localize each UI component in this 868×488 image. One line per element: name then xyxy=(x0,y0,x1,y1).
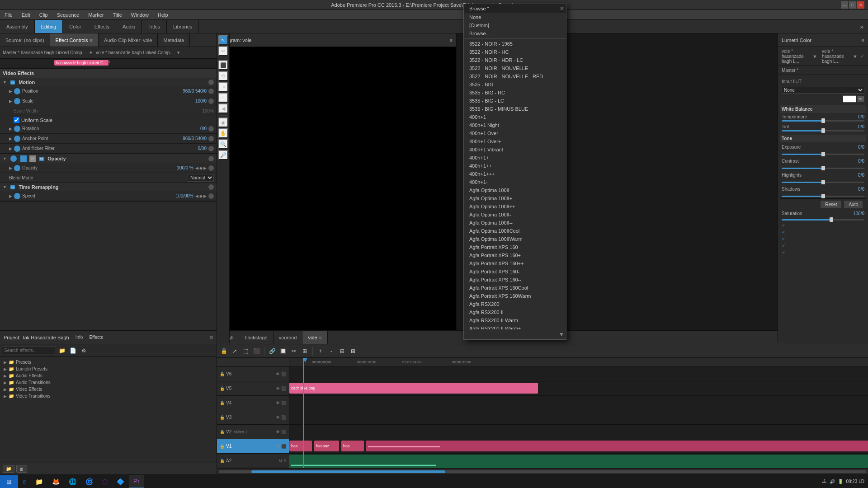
workspace-more-button[interactable]: » xyxy=(855,23,868,30)
tl-scrollbar-thumb[interactable] xyxy=(251,470,446,473)
tool-rate-stretch[interactable]: → xyxy=(218,93,228,103)
tl-zoom-end[interactable]: ⊞ xyxy=(348,346,358,356)
anchor-reset[interactable] xyxy=(208,136,214,141)
lumetri-presets-expand[interactable]: ▶ xyxy=(4,367,7,371)
v4-lock-icon[interactable]: 🔒 xyxy=(220,401,225,405)
v2-target-icon[interactable]: ⬛ xyxy=(281,430,286,434)
tl-lift[interactable]: ⬚ xyxy=(241,346,250,356)
dropdown-scroll-arrow[interactable]: ▼ xyxy=(559,331,564,338)
dd-agfa-portrait-xps160plus[interactable]: Agfa Portrait XPS 160+ xyxy=(464,251,566,259)
ws-tab-color[interactable]: Color xyxy=(63,20,88,33)
auto-button[interactable]: Auto xyxy=(844,201,863,208)
dd-agfa-portrait-xps160cool[interactable]: Agfa Portrait XPS 160Cool xyxy=(464,284,566,292)
menu-help[interactable]: Help xyxy=(156,11,170,19)
dd-agfa-optima-100ii-plus[interactable]: Agfa Optima 100II+ xyxy=(464,194,566,202)
taskbar-chrome[interactable]: 🌐 xyxy=(64,475,81,488)
dd-agfa-rsx200-ii[interactable]: Agfa RSX200 II xyxy=(464,308,566,316)
menu-marker[interactable]: Marker xyxy=(86,11,105,19)
speed-prev[interactable]: ◀ xyxy=(195,194,198,198)
dd-400h1plus[interactable]: 400h+1+ xyxy=(464,154,566,162)
track-header-v3[interactable]: 🔒 V3 👁 ⬛ xyxy=(217,410,289,425)
dd-400h1plusplus[interactable]: 400h+1++ xyxy=(464,162,566,170)
input-lut-select[interactable]: None Custom xyxy=(782,87,864,94)
opacity-add-keyframe[interactable]: ◆ xyxy=(199,166,203,170)
video-effects-item[interactable]: ▶ 📁 Video Effects xyxy=(2,386,215,393)
speed-value[interactable]: 100/00% xyxy=(157,193,193,198)
blend-mode-select[interactable]: Normal Multiply Screen xyxy=(188,174,214,182)
pp-new-item[interactable]: 📄 xyxy=(68,346,78,356)
ws-tab-effects[interactable]: Effects xyxy=(88,20,116,33)
dd-400h1[interactable]: 400h+1 xyxy=(464,113,566,121)
audio-effects-expand[interactable]: ▶ xyxy=(4,374,7,378)
tool-rolling[interactable]: ⇥ xyxy=(218,82,228,92)
project-menu-icon[interactable]: ≡ xyxy=(210,334,213,341)
opacity-reset-icon[interactable] xyxy=(208,156,214,161)
opacity-val-expand[interactable]: ▶ xyxy=(9,166,12,170)
opacity-group-header[interactable]: ▼ ✏ fx Opacity xyxy=(0,154,217,163)
v5-target-icon[interactable]: ⬛ xyxy=(281,386,286,391)
restore-button[interactable]: □ xyxy=(849,1,856,9)
dd-400h1-night[interactable]: 400h+1 Night xyxy=(464,121,566,129)
tl-trim[interactable]: ⊞ xyxy=(300,346,310,356)
lumetri-menu-icon[interactable]: ≡ xyxy=(862,38,864,43)
shadows-slider[interactable] xyxy=(782,196,864,197)
tl-fit-seq[interactable]: ⊟ xyxy=(337,346,347,356)
pp-new-bin[interactable]: 📁 xyxy=(57,346,67,356)
highlights-slider[interactable] xyxy=(782,182,864,183)
dd-3522-noir-1965[interactable]: 3522 - NOIR - 1965 xyxy=(464,40,566,48)
dd-agfa-rsx200-ii-warmplus[interactable]: Agfa RSX200 II Warm+ xyxy=(464,324,566,329)
pp-new-folder-btn[interactable]: 📁 xyxy=(3,465,14,473)
taskbar-start-button[interactable]: ⊞ xyxy=(0,475,18,488)
lumetri-check-icon[interactable]: ✓ xyxy=(860,53,864,59)
tl-zoom-out-tl[interactable]: - xyxy=(326,346,336,356)
ws-tab-titles[interactable]: Titles xyxy=(142,20,167,33)
dd-400h1plusplusplus[interactable]: 400h+1+++ xyxy=(464,170,566,178)
dd-3535-big[interactable]: 3535 - BIG xyxy=(464,80,566,89)
tl-extract[interactable]: ⬛ xyxy=(251,346,261,356)
presets-item[interactable]: ▶ 📁 Presets xyxy=(2,359,215,366)
v1-lock-icon[interactable]: 🔒 xyxy=(220,444,225,449)
clip-has3[interactable]: has xyxy=(341,441,364,451)
color-swatch-edit[interactable]: ✏ xyxy=(857,96,864,102)
tl-tab-vole[interactable]: vole ≡ xyxy=(302,331,328,344)
tool-cut[interactable]: ✂ xyxy=(218,46,228,56)
v5-eye-icon[interactable]: 👁 xyxy=(276,386,280,391)
audio-mixer-tab[interactable]: Audio Clip Mixer: vole xyxy=(99,33,158,47)
taskbar-vs[interactable]: ⬡ xyxy=(98,475,112,488)
tl-add-marker[interactable]: 🔒 xyxy=(219,346,229,356)
v3-eye-icon[interactable]: 👁 xyxy=(276,415,280,420)
scale-reset[interactable] xyxy=(208,99,214,104)
tool-track-select[interactable]: ⬛ xyxy=(218,60,228,70)
time-remap-reset[interactable] xyxy=(208,184,214,190)
antiflicker-reset[interactable] xyxy=(208,146,214,151)
dd-agfa-rsx200-ii-warm[interactable]: Agfa RSX200 II Warm xyxy=(464,316,566,324)
effects-search-input[interactable] xyxy=(2,347,56,354)
dd-400h1-overplus[interactable]: 400h+1 Over+ xyxy=(464,137,566,145)
anchor-value[interactable]: 960/0 540/0 xyxy=(170,136,207,141)
menu-title[interactable]: Title xyxy=(111,11,123,19)
close-button[interactable]: ✕ xyxy=(857,1,864,9)
v6-lock-icon[interactable]: 🔒 xyxy=(220,372,225,376)
v4-eye-icon[interactable]: 👁 xyxy=(276,401,280,405)
speed-reset[interactable] xyxy=(208,193,214,199)
lumetri-presets-item[interactable]: ▶ 📁 Lumetri Presets xyxy=(2,366,215,372)
audio-transitions-item[interactable]: ▶ 📁 Audio Transitions xyxy=(2,379,215,386)
ws-tab-audio[interactable]: Audio xyxy=(116,20,142,33)
pp-delete-btn[interactable]: 🗑 xyxy=(16,465,27,473)
tl-snap[interactable]: 🔲 xyxy=(278,346,288,356)
tl-scrollbar[interactable] xyxy=(217,468,868,474)
v6-eye-icon[interactable]: 👁 xyxy=(276,372,280,376)
dd-400h1-vibrant[interactable]: 400h+1 Vibrant xyxy=(464,145,566,154)
rotation-reset[interactable] xyxy=(208,126,214,131)
cadr-siya-clip[interactable]: cadr siya.png xyxy=(289,383,538,394)
dd-3535-big-minus-blue[interactable]: 3535 - BIG - MINUS BLUE xyxy=(464,105,566,113)
anchor-expand[interactable]: ▶ xyxy=(9,136,12,141)
opacity-value[interactable]: 100/0 % xyxy=(157,165,193,170)
scale-width-value[interactable]: 100% xyxy=(178,108,214,113)
tool-slip[interactable]: ◀ xyxy=(218,103,228,113)
track-header-v1[interactable]: 🔒 V1 👁 ⬛ xyxy=(217,439,289,454)
tl-ripple-delete[interactable]: ↗ xyxy=(230,346,240,356)
reset-button[interactable]: Reset xyxy=(821,201,841,208)
tl-add-edit[interactable]: ✂ xyxy=(289,346,299,356)
opacity-prev[interactable]: ◀ xyxy=(195,166,198,170)
